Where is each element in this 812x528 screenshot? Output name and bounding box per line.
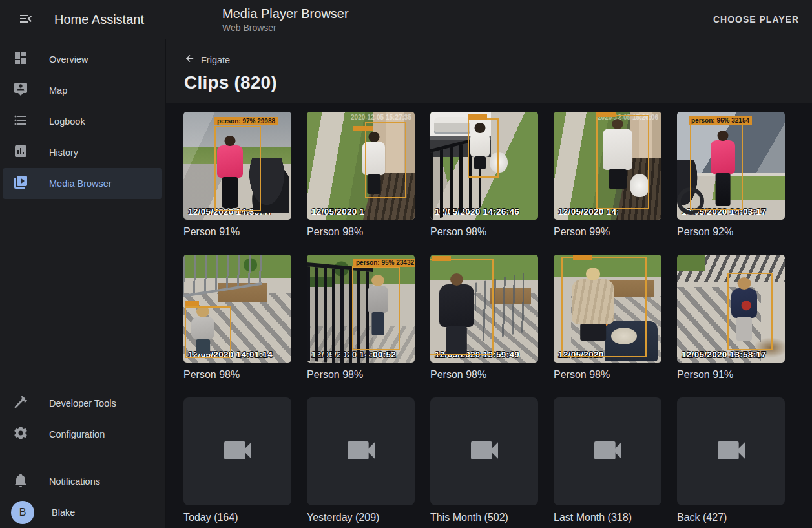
detection-mini-label bbox=[185, 301, 199, 306]
clip-card[interactable]: person: 96% 32154 12/05/2020 14:03:17 Pe… bbox=[677, 112, 785, 239]
folder-card[interactable]: This Month (502) bbox=[430, 397, 538, 525]
detection-mini-label bbox=[573, 255, 592, 260]
clip-card[interactable]: 12/05/2020 13:59:49 Person 98% bbox=[430, 255, 538, 382]
sidebar-item-notifications[interactable]: Notifications bbox=[3, 466, 162, 497]
clip-thumbnail[interactable]: 12/05/2020 13:58:17 bbox=[677, 255, 785, 363]
clip-card[interactable]: 12/05/2020 14:26:46 Person 98% bbox=[430, 112, 538, 239]
play-box-multiple-icon bbox=[13, 174, 28, 193]
choose-player-button[interactable]: CHOOSE PLAYER bbox=[711, 9, 802, 30]
clip-card[interactable]: 2020-12-05 15:27:35 12/05/2020 14:27:35 … bbox=[307, 112, 415, 239]
folder-card[interactable]: Today (164) bbox=[183, 397, 291, 525]
clip-thumbnail[interactable]: 12/05/2020 13:59:49 bbox=[430, 255, 538, 363]
folder-card[interactable]: Last Month (318) bbox=[554, 397, 661, 525]
clip-thumbnail[interactable]: person: 96% 32154 12/05/2020 14:03:17 bbox=[677, 112, 785, 220]
folder-caption: Yesterday (209) bbox=[307, 511, 415, 525]
page-heading: Media Player Browser Web Browser bbox=[222, 6, 349, 34]
folder-thumbnail[interactable] bbox=[183, 397, 291, 505]
detection-label: person: 97% 29988 bbox=[214, 117, 278, 125]
avatar: B bbox=[11, 501, 34, 524]
clip-card[interactable]: 12/05/2020 13:58:30 Person 98% bbox=[554, 255, 661, 382]
account-tooltip-icon bbox=[13, 81, 28, 100]
page-heading-subtitle: Web Browser bbox=[222, 22, 349, 34]
sidebar-item-label: Logbook bbox=[49, 116, 85, 127]
railing-shape bbox=[183, 255, 262, 297]
gear-icon bbox=[13, 425, 28, 443]
clip-caption: Person 98% bbox=[430, 225, 538, 239]
sidebar-item-label: Notifications bbox=[49, 476, 100, 487]
video-icon bbox=[590, 432, 626, 471]
sidebar-toggle-button[interactable] bbox=[10, 4, 41, 35]
clip-card[interactable]: 12/05/2020 14:01:14 Person 98% bbox=[183, 255, 291, 382]
clip-caption: Person 98% bbox=[307, 368, 415, 382]
clip-thumbnail[interactable]: 12/05/2020 13:58:30 bbox=[554, 255, 661, 363]
sidebar-item-label: Configuration bbox=[49, 429, 105, 439]
clip-thumbnail[interactable]: 12/05/2020 14:26:46 bbox=[430, 112, 538, 220]
user-name-label: Blake bbox=[52, 507, 75, 518]
sidebar-item-logbook[interactable]: Logbook bbox=[3, 106, 162, 137]
sidebar-item-user-profile[interactable]: B Blake bbox=[3, 497, 162, 528]
dashboard-icon bbox=[13, 50, 28, 69]
sidebar-item-configuration[interactable]: Configuration bbox=[3, 419, 162, 450]
clip-thumbnail[interactable]: 2020-12-05 15:26:06 12/05/2020 14:26:07 bbox=[554, 112, 661, 220]
clip-caption: Person 98% bbox=[554, 368, 661, 382]
chart-box-icon bbox=[13, 143, 28, 162]
page-heading-title: Media Player Browser bbox=[222, 6, 349, 21]
folder-thumbnail[interactable] bbox=[677, 397, 785, 505]
hammer-icon bbox=[13, 394, 28, 412]
folder-thumbnail[interactable] bbox=[430, 397, 538, 505]
sidebar-item-history[interactable]: History bbox=[3, 137, 162, 168]
clip-card[interactable]: person: 97% 29988 12/05/2020 14:38:47 Pe… bbox=[183, 112, 291, 239]
app-header: Home Assistant Media Player Browser Web … bbox=[0, 0, 812, 39]
detection-bbox bbox=[561, 257, 647, 357]
sidebar-item-overview[interactable]: Overview bbox=[3, 44, 162, 75]
detection-bbox bbox=[727, 273, 773, 350]
sidebar-item-label: Developer Tools bbox=[49, 398, 116, 408]
clip-thumbnail[interactable]: person: 97% 29988 12/05/2020 14:38:47 bbox=[183, 112, 291, 220]
clip-thumbnail[interactable]: 12/05/2020 14:01:14 bbox=[183, 255, 291, 363]
detection-bbox bbox=[690, 123, 743, 210]
detection-bbox bbox=[596, 115, 649, 209]
clip-thumbnail[interactable]: 2020-12-05 15:27:35 12/05/2020 14:27:35 bbox=[307, 112, 415, 220]
folder-thumbnail[interactable] bbox=[554, 397, 661, 505]
clips-grid: person: 97% 29988 12/05/2020 14:38:47 Pe… bbox=[166, 103, 812, 525]
video-icon bbox=[343, 432, 379, 471]
sidebar-spacer bbox=[0, 199, 165, 388]
folder-card[interactable]: Back (427) bbox=[677, 397, 785, 525]
clip-caption: Person 99% bbox=[554, 225, 661, 239]
clip-caption: Person 91% bbox=[183, 225, 291, 239]
clip-caption: Person 98% bbox=[307, 225, 415, 239]
detection-bbox bbox=[214, 126, 261, 211]
sidebar-item-developer-tools[interactable]: Developer Tools bbox=[3, 388, 162, 419]
video-icon bbox=[466, 432, 503, 471]
clip-caption: Person 98% bbox=[430, 368, 538, 382]
clip-card[interactable]: 2020-12-05 15:26:06 12/05/2020 14:26:07 … bbox=[554, 112, 661, 239]
detection-bbox bbox=[185, 306, 231, 358]
sidebar-divider bbox=[0, 458, 165, 458]
page-title: Clips (820) bbox=[184, 72, 812, 93]
detection-bbox bbox=[352, 266, 400, 350]
sidebar-item-label: Overview bbox=[49, 54, 88, 65]
sidebar-item-media-browser[interactable]: Media Browser bbox=[3, 168, 162, 199]
app-title: Home Assistant bbox=[54, 12, 144, 27]
folder-card[interactable]: Yesterday (209) bbox=[307, 397, 415, 525]
folder-caption: Back (427) bbox=[677, 511, 785, 525]
video-icon bbox=[220, 432, 256, 471]
folder-thumbnail[interactable] bbox=[307, 397, 415, 505]
breadcrumb-label: Frigate bbox=[201, 55, 230, 65]
detection-mini-label bbox=[468, 114, 487, 120]
detection-mini-label bbox=[353, 126, 373, 131]
media-browser-content: Frigate Clips (820) person: 97% 29988 12… bbox=[166, 39, 812, 528]
camera-osd-timestamp: 2020-12-05 15:27:35 bbox=[351, 114, 411, 121]
menu-open-icon bbox=[18, 11, 34, 28]
sidebar-item-label: Map bbox=[49, 85, 67, 96]
detection-mini-label bbox=[432, 256, 451, 261]
breadcrumb[interactable]: Frigate bbox=[184, 53, 230, 67]
clip-thumbnail[interactable]: person: 95% 23432 12/05/2020 14:00:52 bbox=[307, 255, 415, 363]
detection-mini-label bbox=[596, 112, 616, 117]
detection-bbox bbox=[468, 118, 499, 178]
clip-card[interactable]: person: 95% 23432 12/05/2020 14:00:52 Pe… bbox=[307, 255, 415, 382]
clip-caption: Person 92% bbox=[677, 225, 785, 239]
sidebar-item-map[interactable]: Map bbox=[3, 75, 162, 106]
clip-card[interactable]: 12/05/2020 13:58:17 Person 91% bbox=[677, 255, 785, 382]
sidebar-item-label: Media Browser bbox=[49, 178, 112, 189]
